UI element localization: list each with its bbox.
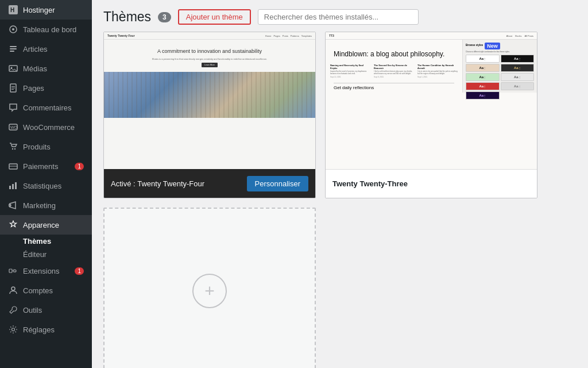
ttt-sidebar-title: Browse styles [466, 44, 483, 47]
sidebar-item-label: Produits [23, 143, 51, 151]
ttt-style-grid: Aa⋮ Aa⋮ Aa⋮ Aa⋮ Aa⋮ Aa⋮ Aa⋮ Aa⋮ Aa⋮ [466, 55, 534, 99]
sidebar-item-medias[interactable]: Médias [0, 59, 92, 78]
ttf-nav-logo: Twenty Twenty Four [107, 34, 135, 37]
sidebar-item-label: Articles [23, 45, 48, 53]
ttt-article-date: Sept 5, 2021 [417, 76, 458, 78]
sidebar-item-woocommerce[interactable]: WOO WooCommerce [0, 117, 92, 137]
svg-rect-23 [9, 269, 12, 273]
svg-rect-11 [11, 88, 15, 89]
ttf-hero-btn: Learn More [202, 63, 218, 67]
search-input[interactable] [258, 9, 419, 25]
theme-name-text: Twenty Twenty-Three [332, 179, 408, 188]
svg-point-25 [12, 328, 15, 331]
svg-text:H: H [10, 7, 14, 13]
add-theme-card[interactable]: + [103, 208, 316, 368]
dashboard-icon [8, 24, 18, 34]
add-theme-plus-icon: + [192, 274, 227, 308]
sidebar-item-produits[interactable]: Produits [0, 137, 92, 156]
add-theme-button[interactable]: Ajouter un thème [178, 9, 251, 25]
pages-icon [8, 83, 18, 93]
sub-item-label: Éditeur [23, 250, 47, 259]
sidebar-item-reglages[interactable]: Réglages [0, 320, 92, 339]
ttf-nav: Twenty Twenty Four Home Pages Posts Patt… [104, 32, 315, 40]
ttt-article-text: I try in vain to be persuaded that the p… [417, 71, 458, 75]
sidebar-item-label: Statistiques [23, 182, 61, 190]
svg-rect-4 [10, 46, 17, 47]
customize-button[interactable]: Personnaliser [247, 176, 309, 191]
page-header: Thèmes 3 Ajouter un thème [92, 0, 588, 32]
ttt-article-text: I feel a cold northern breeze play upon … [374, 71, 414, 75]
svg-rect-20 [12, 184, 14, 189]
sidebar-item-label: Extensions [23, 267, 60, 275]
sidebar-item-label: Pages [23, 84, 44, 93]
style-item-3: Aa⋮ [466, 64, 500, 72]
svg-point-15 [12, 148, 13, 150]
sidebar-item-label: Comptes [23, 286, 53, 295]
theme-active-bar: Activé : Twenty Twenty-Four Personnalise… [104, 169, 315, 198]
sidebar-item-label: Marketing [23, 201, 56, 210]
svg-rect-19 [9, 186, 11, 189]
ttt-preview: TT3 About Books All Posts Mindblown: a b… [326, 32, 537, 170]
sub-item-label: Thèmes [23, 237, 51, 246]
sidebar-item-hostinger[interactable]: H Hostinger [0, 0, 92, 20]
theme-name-bar: Twenty Twenty-Three [326, 169, 537, 198]
sidebar: H Hostinger Tableau de bord Articles [0, 0, 92, 368]
marketing-icon [8, 200, 18, 210]
style-item-2: Aa⋮ [501, 55, 535, 63]
medias-icon [8, 63, 18, 74]
sidebar-sub-editeur[interactable]: Éditeur [0, 248, 92, 261]
style-item-4: Aa⋮ [501, 64, 535, 72]
sidebar-item-label: Hostinger [23, 6, 55, 14]
sidebar-item-commentaires[interactable]: Commentaires [0, 98, 92, 117]
svg-rect-10 [11, 86, 15, 87]
ttt-nav-logo: TT3 [329, 34, 334, 37]
svg-rect-6 [10, 51, 14, 52]
statistiques-icon [8, 181, 18, 191]
ttf-image [104, 72, 315, 118]
main-content: Thèmes 3 Ajouter un thème Twenty Twenty … [92, 0, 588, 368]
extensions-badge: 1 [75, 267, 84, 275]
page-title: Thèmes [103, 9, 151, 25]
woocommerce-icon: WOO [8, 122, 18, 132]
ttf-nav-links: Home Pages Posts Patterns Templates [265, 34, 312, 37]
style-item-1: Aa⋮ [466, 55, 500, 63]
outils-icon [8, 305, 18, 315]
sidebar-item-statistiques[interactable]: Statistiques [0, 176, 92, 195]
sidebar-item-marketing[interactable]: Marketing [0, 195, 92, 215]
ttt-sidebar-header: Browse styles New [466, 43, 534, 49]
sidebar-item-apparence[interactable]: Apparence [0, 215, 92, 235]
sidebar-sub-themes[interactable]: Thèmes [0, 235, 92, 248]
sidebar-item-label: Apparence [23, 221, 59, 229]
theme-card-twenty-twenty-four[interactable]: Twenty Twenty Four Home Pages Posts Patt… [103, 32, 316, 198]
reglages-icon [8, 324, 18, 335]
ttt-article-3: The Human Condition by Hannah Arendt I t… [417, 64, 458, 78]
ttf-image-overlay [104, 72, 315, 118]
produits-icon [8, 141, 18, 152]
theme-screenshot: Twenty Twenty Four Home Pages Posts Patt… [104, 32, 315, 170]
themes-grid: Twenty Twenty Four Home Pages Posts Patt… [92, 32, 588, 368]
sidebar-item-extensions[interactable]: Extensions 1 [0, 261, 92, 281]
sidebar-item-outils[interactable]: Outils [0, 300, 92, 320]
theme-active-label: Activé : Twenty Twenty-Four [111, 179, 204, 188]
sidebar-item-label: Paiements [23, 162, 58, 171]
ttf-hero-text: A commitment to innovation and sustainab… [110, 48, 310, 55]
ttt-nav: TT3 About Books All Posts [326, 32, 537, 40]
svg-point-24 [11, 287, 15, 290]
svg-rect-5 [10, 48, 17, 49]
sidebar-item-paiements[interactable]: Paiements 1 [0, 156, 92, 176]
svg-text:WOO: WOO [10, 125, 18, 129]
theme-card-twenty-twenty-three[interactable]: TT3 About Books All Posts Mindblown: a b… [325, 32, 537, 198]
sidebar-item-label: WooCommerce [23, 123, 75, 132]
comptes-icon [8, 285, 18, 296]
sidebar-item-pages[interactable]: Pages [0, 78, 92, 98]
svg-rect-21 [15, 182, 17, 189]
sidebar-item-articles[interactable]: Articles [0, 39, 92, 59]
sidebar-item-comptes[interactable]: Comptes [0, 281, 92, 300]
ttt-article-title: Naming and Necessity by Saul Kripke [330, 64, 370, 70]
style-item-8: Aa⋮ [501, 82, 535, 90]
sidebar-item-dashboard[interactable]: Tableau de bord [0, 20, 92, 39]
sidebar-item-label: Commentaires [23, 103, 72, 112]
style-item-9: Aa⋮ [466, 91, 500, 99]
paiements-icon [8, 161, 18, 171]
ttt-hero-text: Mindblown: a blog about philosophy. [326, 40, 462, 62]
